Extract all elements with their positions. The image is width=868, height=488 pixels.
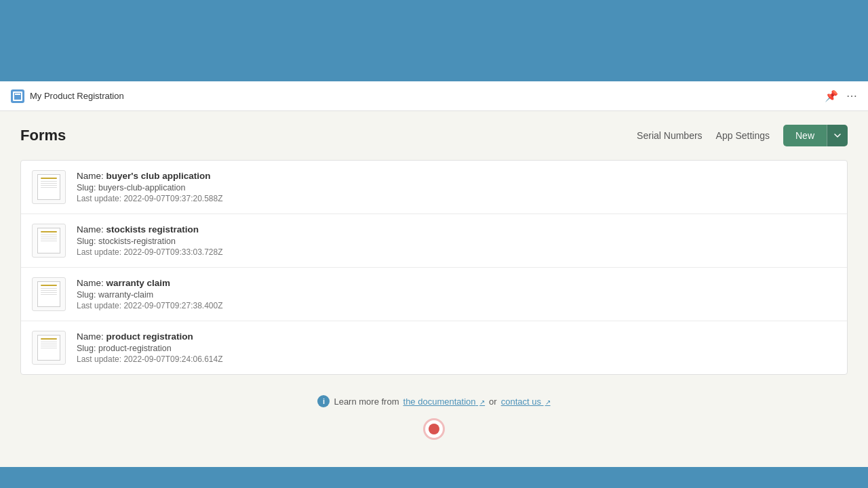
form-item[interactable]: Name: warranty claim Slug: warranty-clai…: [21, 268, 847, 321]
form-name: Name: buyer's club application: [77, 171, 836, 181]
footer-area: i Learn more from the documentation ↗ or…: [20, 375, 848, 453]
header-actions: Serial Numbers App Settings New: [637, 125, 848, 146]
footer-info: i Learn more from the documentation ↗ or…: [317, 395, 550, 407]
app-title: My Product Registration: [30, 91, 124, 101]
form-details: Name: product registration Slug: product…: [77, 331, 836, 364]
form-details: Name: buyer's club application Slug: buy…: [77, 171, 836, 203]
title-bar-actions: 📌 ⋯: [825, 89, 857, 102]
form-name: Name: stockists registration: [77, 224, 836, 235]
page-title: Forms: [20, 127, 66, 144]
form-item[interactable]: Name: stockists registration Slug: stock…: [21, 214, 847, 268]
form-slug: Slug: product-registration: [77, 344, 836, 353]
info-icon: i: [317, 395, 330, 407]
form-name: Name: product registration: [77, 331, 836, 342]
contact-link[interactable]: contact us ↗: [501, 396, 551, 407]
forms-list: Name: buyer's club application Slug: buy…: [20, 160, 848, 375]
more-icon[interactable]: ⋯: [846, 89, 857, 102]
form-date: Last update: 2022-09-07T09:33:03.728Z: [77, 247, 836, 257]
main-content: Forms Serial Numbers App Settings New: [0, 111, 868, 467]
form-details: Name: stockists registration Slug: stock…: [77, 224, 836, 257]
documentation-link[interactable]: the documentation ↗: [403, 396, 486, 407]
form-thumbnail: [32, 170, 66, 204]
form-slug: Slug: buyers-club-application: [77, 183, 836, 192]
new-button-dropdown[interactable]: [827, 125, 848, 146]
form-thumbnail: [32, 224, 66, 258]
form-thumbnail: [32, 277, 66, 311]
form-thumbnail: [32, 331, 66, 365]
form-item[interactable]: Name: buyer's club application Slug: buy…: [21, 161, 847, 214]
page-header: Forms Serial Numbers App Settings New: [20, 125, 848, 146]
top-bar: [0, 0, 868, 81]
pin-icon[interactable]: 📌: [825, 89, 838, 102]
learn-more-text: Learn more from: [334, 396, 399, 407]
serial-numbers-link[interactable]: Serial Numbers: [637, 130, 702, 141]
record-dot: [429, 424, 439, 434]
form-slug: Slug: warranty-claim: [77, 290, 836, 300]
form-name: Name: warranty claim: [77, 278, 836, 288]
app-icon: [11, 89, 24, 103]
title-bar: My Product Registration 📌 ⋯: [0, 81, 868, 111]
or-text: or: [489, 396, 497, 407]
app-settings-link[interactable]: App Settings: [716, 130, 770, 141]
form-slug: Slug: stockists-registration: [77, 237, 836, 246]
bottom-bar: [0, 467, 868, 488]
form-item[interactable]: Name: product registration Slug: product…: [21, 321, 847, 374]
form-date: Last update: 2022-09-07T09:24:06.614Z: [77, 354, 836, 364]
chevron-down-icon: [834, 134, 841, 138]
form-details: Name: warranty claim Slug: warranty-clai…: [77, 278, 836, 310]
new-button[interactable]: New: [783, 125, 827, 146]
form-date: Last update: 2022-09-07T09:27:38.400Z: [77, 301, 836, 310]
record-button[interactable]: [423, 418, 445, 440]
form-date: Last update: 2022-09-07T09:37:20.588Z: [77, 194, 836, 203]
new-button-group: New: [783, 125, 848, 146]
